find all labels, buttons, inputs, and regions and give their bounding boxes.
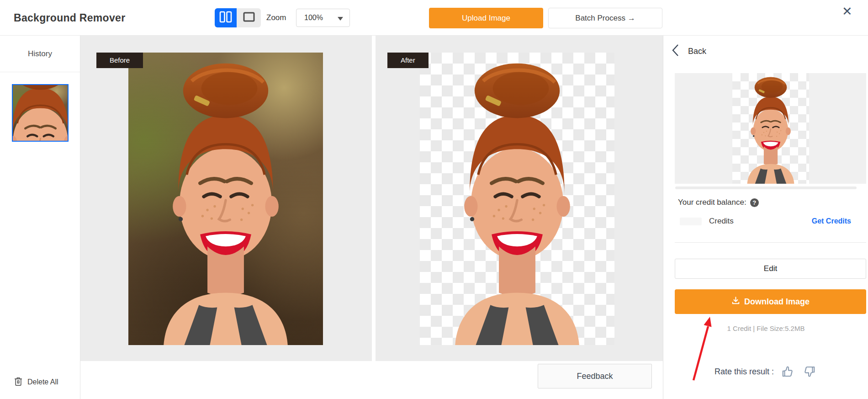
before-portrait bbox=[128, 53, 323, 345]
view-mode-toggle bbox=[215, 8, 261, 27]
result-preview[interactable] bbox=[675, 73, 866, 184]
help-icon[interactable]: ? bbox=[750, 198, 759, 207]
app-header: Background Remover Zoom 100% Upload Imag… bbox=[0, 0, 868, 36]
edit-button[interactable]: Edit bbox=[675, 259, 866, 279]
download-image-button[interactable]: Download Image bbox=[675, 289, 866, 314]
credit-amount-redacted bbox=[680, 218, 702, 225]
result-panel: Back Your credit balance: ? Credits Get … bbox=[663, 36, 868, 399]
split-view-button[interactable] bbox=[215, 8, 237, 27]
single-view-icon bbox=[243, 11, 255, 24]
thumbnail-portrait bbox=[12, 84, 69, 142]
before-image bbox=[128, 53, 323, 345]
credits-row: Credits Get Credits bbox=[680, 217, 856, 226]
thumbs-up-icon[interactable] bbox=[781, 365, 795, 378]
history-sidebar: History Delete All bbox=[0, 36, 80, 399]
single-view-button[interactable] bbox=[237, 8, 261, 27]
download-meta: 1 Credit | File Size:5.2MB bbox=[663, 325, 868, 332]
chevron-left-icon bbox=[672, 44, 679, 59]
rate-label: Rate this result : bbox=[715, 367, 774, 377]
page-title: Background Remover bbox=[14, 0, 125, 36]
history-title: History bbox=[0, 36, 80, 72]
zoom-level-select[interactable]: 100% bbox=[296, 9, 350, 27]
zoom-level-value: 100% bbox=[304, 14, 323, 22]
thumbs-down-icon[interactable] bbox=[802, 365, 816, 378]
split-view-icon bbox=[219, 11, 232, 25]
download-icon bbox=[731, 296, 740, 307]
rate-row: Rate this result : bbox=[715, 365, 816, 378]
zoom-label: Zoom bbox=[266, 13, 286, 22]
trash-icon bbox=[14, 376, 23, 388]
credit-balance-label: Your credit balance: bbox=[678, 198, 746, 207]
back-label: Back bbox=[688, 47, 706, 56]
feedback-button[interactable]: Feedback bbox=[538, 364, 652, 388]
history-thumbnail[interactable] bbox=[12, 84, 69, 142]
result-cutout bbox=[732, 73, 809, 184]
close-icon[interactable]: ✕ bbox=[842, 4, 852, 20]
before-badge: Before bbox=[96, 53, 143, 68]
get-credits-link[interactable]: Get Credits bbox=[812, 217, 851, 225]
download-button-label: Download Image bbox=[744, 297, 810, 307]
upload-image-button[interactable]: Upload Image bbox=[429, 8, 543, 28]
credits-label: Credits bbox=[709, 217, 734, 226]
result-portrait bbox=[732, 73, 809, 184]
after-portrait bbox=[420, 53, 614, 345]
credit-balance-row: Your credit balance: ? bbox=[678, 198, 759, 207]
after-image bbox=[420, 53, 614, 345]
delete-all-label: Delete All bbox=[27, 378, 58, 386]
preview-scrollbar[interactable] bbox=[675, 186, 857, 189]
panel-divider bbox=[675, 242, 866, 243]
after-badge: After bbox=[387, 53, 429, 68]
back-button[interactable]: Back bbox=[672, 44, 706, 59]
chevron-down-icon bbox=[338, 17, 343, 21]
compare-area: Before After Feedback bbox=[80, 36, 663, 399]
delete-all-button[interactable]: Delete All bbox=[14, 376, 58, 388]
batch-process-button[interactable]: Batch Process → bbox=[548, 8, 662, 28]
